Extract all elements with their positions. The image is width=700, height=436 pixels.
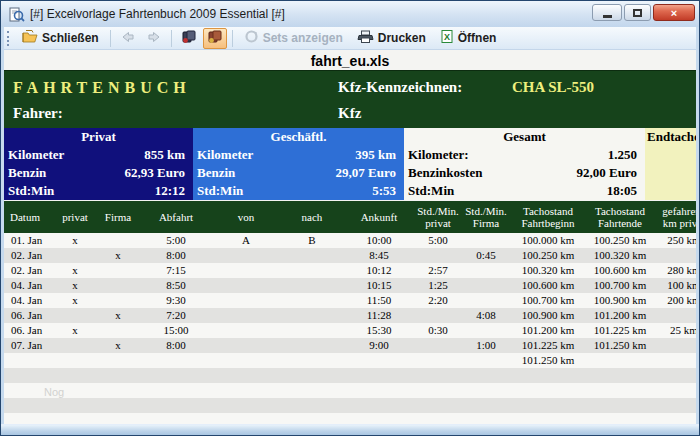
table-cell (510, 413, 586, 424)
table-cell (212, 308, 280, 323)
column-header: privat (54, 201, 96, 233)
close-icon: × (671, 7, 677, 19)
table-cell: 15:30 (344, 323, 414, 338)
table-cell (654, 248, 696, 263)
table-cell (654, 413, 696, 424)
table-cell (54, 398, 96, 413)
table-cell (654, 368, 696, 383)
summary-label: Benzinkosten (408, 164, 482, 182)
svg-text:X: X (444, 32, 450, 42)
table-cell (140, 368, 212, 383)
table-cell: x (54, 323, 96, 338)
table-cell (280, 293, 344, 308)
oeffnen-button[interactable]: X Öffnen (434, 28, 503, 49)
table-cell (280, 413, 344, 424)
table-cell: 100.250 km (586, 233, 654, 248)
table-cell (280, 263, 344, 278)
table-cell (212, 368, 280, 383)
minimize-button[interactable] (592, 4, 622, 21)
table-row: 04. Janx8:5010:151:25100.600 km100.700 k… (4, 278, 696, 293)
table-cell (54, 413, 96, 424)
view-mode-active-button[interactable] (203, 28, 227, 49)
column-header: Tachostand Fahrtende (586, 201, 654, 233)
table-cell (212, 413, 280, 424)
table-header-row: DatumprivatFirmaAbfahrtvonnachAnkunftStd… (4, 201, 696, 233)
summary-label: Std:Min (197, 182, 243, 200)
table-cell: 9:00 (344, 338, 414, 353)
table-cell: 101.200 km (586, 308, 654, 323)
table-cell: x (54, 293, 96, 308)
table-cell (414, 308, 462, 323)
table-cell: 04. Jan (4, 293, 54, 308)
view-mode-button[interactable] (177, 28, 201, 49)
table-cell: 10:15 (344, 278, 414, 293)
toolbar-grip-handle[interactable] (7, 31, 10, 46)
summary-label: Benzin (197, 164, 235, 182)
column-header: Ankunft (344, 201, 414, 233)
table-cell (280, 308, 344, 323)
table-cell (654, 338, 696, 353)
table-cell (54, 248, 96, 263)
fahrer-label: Fahrer: (13, 105, 63, 122)
table-cell (654, 398, 696, 413)
table-cell: 9:30 (140, 293, 212, 308)
table-cell (280, 248, 344, 263)
table-cell (54, 308, 96, 323)
schliessen-button[interactable]: Schließen (16, 28, 105, 49)
table-cell: 100.700 km (510, 293, 586, 308)
summary-value: 5:53 (372, 182, 396, 200)
kfz-kennzeichen-label: Kfz-Kennzeichnen: (338, 79, 462, 96)
table-cell (96, 293, 140, 308)
table-cell (510, 383, 586, 398)
table-cell (54, 368, 96, 383)
table-cell (96, 398, 140, 413)
summary-value: 62,93 Euro (125, 164, 185, 182)
watermark-text: Nog (44, 386, 64, 398)
table-cell: 25 km (654, 323, 696, 338)
summary-value: 395 km (355, 146, 396, 164)
summary-label: Kilometer (197, 146, 253, 164)
printer-icon (357, 29, 374, 47)
table-cell: 02. Jan (4, 263, 54, 278)
forward-button[interactable] (142, 28, 166, 49)
table-cell (510, 398, 586, 413)
table-cell: 101.250 km (510, 353, 586, 368)
table-cell: 101.200 km (510, 323, 586, 338)
sets-anzeigen-button[interactable]: Sets anzeigen (238, 28, 349, 49)
column-header: Tachostand Fahrtbeginn (510, 201, 586, 233)
table-cell (280, 338, 344, 353)
table-cell (462, 383, 510, 398)
maximize-button[interactable] (624, 4, 651, 21)
document-filename: fahrt_eu.xls (4, 50, 696, 70)
table-cell (654, 383, 696, 398)
drucken-button[interactable]: Drucken (351, 28, 432, 49)
table-cell: 2:20 (414, 293, 462, 308)
title-bar: [#] Excelvorlage Fahrtenbuch 2009 Essent… (1, 1, 699, 27)
table-row: 02. Janx7:1510:122:57100.320 km100.600 k… (4, 263, 696, 278)
summary-label: Kilometer: (408, 146, 469, 164)
table-cell: 100.600 km (586, 263, 654, 278)
table-cell: 02. Jan (4, 248, 54, 263)
table-cell: 15:00 (140, 323, 212, 338)
back-button[interactable] (116, 28, 140, 49)
table-cell (96, 383, 140, 398)
table-cell: 8:00 (140, 248, 212, 263)
table-row: 101.250 km (4, 353, 696, 368)
cards-red-icon (207, 29, 223, 47)
table-cell: 100.900 km (586, 293, 654, 308)
table-cell: 1:25 (414, 278, 462, 293)
table-cell (414, 413, 462, 424)
close-button[interactable]: × (653, 4, 695, 21)
document-preview: fahrt_eu.xls FAHRTENBUCH Kfz-Kennzeichne… (4, 50, 696, 424)
table-cell (462, 398, 510, 413)
table-cell: 100.250 km (510, 248, 586, 263)
summary-endtacho: Endtacho (645, 128, 696, 200)
summary-gesamt: GesamtKilometer:1.250Benzinkosten92,00 E… (404, 128, 645, 200)
sets-icon (244, 29, 259, 47)
summary-label: Std:Min (408, 182, 454, 200)
table-cell (586, 398, 654, 413)
table-cell (414, 398, 462, 413)
table-cell (586, 368, 654, 383)
table-cell: x (96, 338, 140, 353)
table-cell: 1:00 (462, 338, 510, 353)
